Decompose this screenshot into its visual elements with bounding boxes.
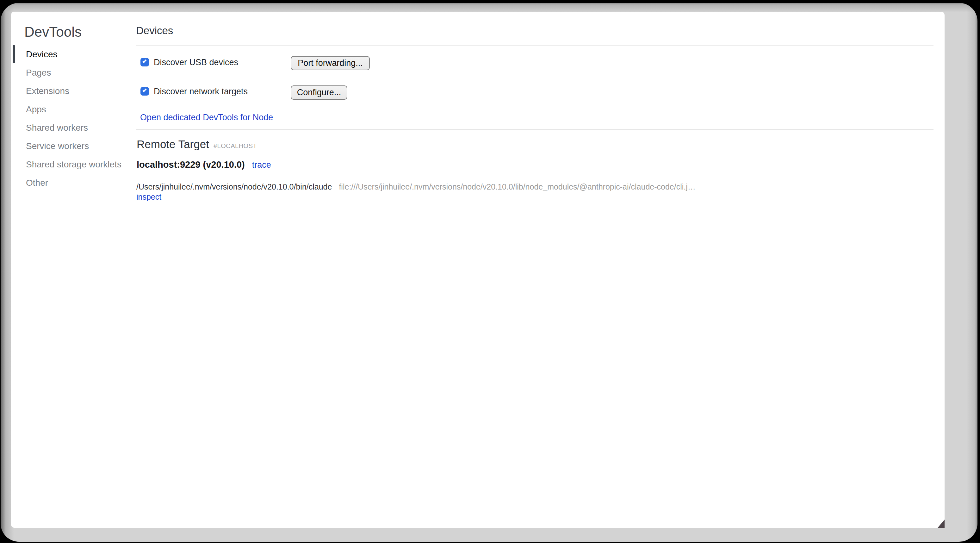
process-path: /Users/jinhuilee/.nvm/versions/node/v20.…	[136, 182, 332, 191]
sidebar-item-service-workers[interactable]: Service workers	[11, 137, 138, 155]
remote-target-title: Remote Target	[137, 138, 209, 150]
sidebar-item-other[interactable]: Other	[11, 174, 138, 192]
resize-grip-icon[interactable]	[938, 519, 945, 528]
sidebar-item-extensions[interactable]: Extensions	[11, 82, 138, 100]
sidebar-item-shared-workers[interactable]: Shared workers	[11, 119, 138, 137]
inspect-page: DevTools Devices Pages Extensions Apps S…	[11, 12, 945, 528]
open-node-devtools-link[interactable]: Open dedicated DevTools for Node	[140, 112, 273, 123]
port-forwarding-button[interactable]: Port forwarding...	[291, 56, 370, 70]
discover-network-label: Discover network targets	[154, 88, 248, 96]
section-divider	[136, 45, 934, 46]
inspect-link[interactable]: inspect	[136, 193, 161, 201]
module-url: file:///Users/jinhuilee/.nvm/versions/no…	[339, 182, 695, 191]
discover-usb-label: Discover USB devices	[154, 58, 238, 67]
target-name: localhost:9229 (v20.10.0)	[137, 159, 245, 170]
inspect-row: inspect	[136, 192, 161, 202]
app-title: DevTools	[24, 24, 82, 40]
sidebar-nav: Devices Pages Extensions Apps Shared wor…	[11, 45, 138, 192]
localhost-badge: #LOCALHOST	[213, 142, 257, 150]
trace-link[interactable]: trace	[252, 160, 271, 170]
process-row: /Users/jinhuilee/.nvm/versions/node/v20.…	[136, 182, 695, 192]
section-divider	[136, 129, 934, 130]
page-title: Devices	[136, 24, 173, 37]
sidebar-item-apps[interactable]: Apps	[11, 100, 138, 119]
devtools-window: DevTools Devices Pages Extensions Apps S…	[1, 3, 977, 542]
checkmark-icon	[142, 59, 146, 63]
remote-target-header: Remote Target#LOCALHOST	[137, 138, 257, 151]
checkmark-icon	[142, 88, 146, 92]
sidebar-item-shared-storage-worklets[interactable]: Shared storage worklets	[11, 155, 138, 174]
discover-usb-checkbox[interactable]	[140, 58, 149, 67]
configure-button[interactable]: Configure...	[291, 86, 347, 100]
target-row: localhost:9229 (v20.10.0)trace	[137, 160, 271, 170]
sidebar-item-devices[interactable]: Devices	[11, 45, 138, 64]
discover-network-checkbox[interactable]	[140, 87, 149, 96]
sidebar-item-pages[interactable]: Pages	[11, 64, 138, 82]
